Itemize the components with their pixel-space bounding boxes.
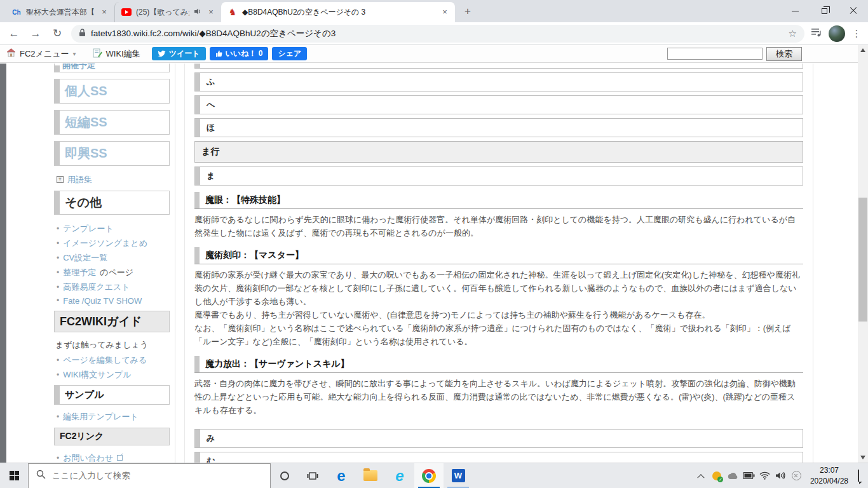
accent-bar <box>195 119 200 137</box>
sidebar-link-fatequiz[interactable]: •Fate /Quiz TV SHOW <box>54 294 170 307</box>
fc2-menu-button[interactable]: FC2メニュー <box>20 48 69 60</box>
taskbar-chrome-button[interactable] <box>414 463 444 488</box>
minimize-button[interactable] <box>780 0 810 22</box>
chevron-down-icon: ▾ <box>72 50 76 57</box>
url-text: fatetv1830.wiki.fc2.com/wiki/◆B8D4AQBhU2… <box>91 28 783 39</box>
wiki-search-input[interactable] <box>667 48 763 60</box>
page-scrollbar[interactable] <box>858 45 868 463</box>
sidebar-link-contact[interactable]: •お問い合わせ <box>54 451 170 463</box>
sidebar-item-sokkyo-ss[interactable]: 即興SS <box>54 141 170 166</box>
sidebar-link-imagesong[interactable]: •イメージソングまとめ <box>54 236 170 250</box>
playlist-extension-icon[interactable] <box>811 27 822 40</box>
tab-title: 聖杯大会運営本部【リレー相談・雑 <box>26 7 95 18</box>
browser-tab-1[interactable]: Ch 聖杯大会運営本部【リレー相談・雑 × <box>5 2 114 22</box>
sidebar-item-kojin-ss[interactable]: 個人SS <box>54 79 170 104</box>
taskbar-search-box[interactable] <box>28 463 271 488</box>
tray-expand-button[interactable] <box>693 463 709 488</box>
volume-tray-icon[interactable] <box>773 463 789 488</box>
taskbar-edge-button[interactable]: e <box>327 463 356 488</box>
battery-tray-icon[interactable] <box>741 463 757 488</box>
scroll-up-arrow[interactable] <box>858 45 868 55</box>
start-button[interactable] <box>0 463 28 488</box>
accent-bar <box>195 73 200 91</box>
accent-bar <box>55 111 60 134</box>
accent-bar <box>194 247 200 264</box>
restore-button[interactable] <box>810 0 839 22</box>
cortana-icon <box>280 471 289 480</box>
accent-bar <box>195 64 200 68</box>
sidebar-guide-intro: まずは触ってみましょう <box>54 337 170 353</box>
address-bar[interactable]: fatetv1830.wiki.fc2.com/wiki/◆B8D4AQBhU2… <box>71 25 804 43</box>
taskbar-search-input[interactable] <box>52 471 243 480</box>
accent-bar <box>195 430 200 447</box>
share-button[interactable]: シェア <box>272 47 307 60</box>
section-body-magan: 魔術師であるなしに関わらず先天的に眼球に備わった魔術行使器官。それ単体が魔術回路… <box>194 213 803 240</box>
sidebar-link-template[interactable]: •テンプレート <box>54 221 170 236</box>
desktop-screen: Ch 聖杯大会運営本部【リレー相談・雑 × (25)【歌ってみた】ELECT /… <box>0 0 868 488</box>
sidebar-link-edit-page[interactable]: •ページを編集してみる <box>54 353 170 367</box>
browser-tab-2[interactable]: (25)【歌ってみた】ELECT / niki【 × <box>114 2 221 22</box>
accent-bar <box>195 167 200 185</box>
wiki-search-button[interactable]: 検索 <box>766 47 802 61</box>
tab-audio-icon[interactable] <box>194 8 201 17</box>
browser-tab-3-active[interactable]: ♞ ◆B8D4AQBhU2の空きページその 3 × <box>221 2 455 22</box>
sidebar-item-glossary[interactable]: + 用語集 <box>54 172 170 187</box>
accent-bar <box>55 191 60 214</box>
wiki-edit-button[interactable]: WIKI編集 <box>106 48 140 60</box>
bookmark-star-icon[interactable]: ☆ <box>789 28 797 39</box>
taskbar-explorer-button[interactable] <box>356 463 385 488</box>
clock-date: 2020/04/28 <box>810 476 848 486</box>
sidebar-item-tanpen-ss[interactable]: 短編SS <box>54 110 170 135</box>
accent-bar <box>194 192 200 208</box>
wifi-icon <box>759 471 770 480</box>
search-icon <box>36 470 46 482</box>
scrollbar-thumb[interactable] <box>858 198 867 322</box>
tab-close-icon[interactable]: × <box>99 7 109 17</box>
clock-time: 23:07 <box>810 465 848 475</box>
forward-button[interactable]: → <box>28 27 43 40</box>
action-center-button[interactable] <box>854 470 868 482</box>
facebook-like-button[interactable]: いいね！ 0 <box>210 47 269 60</box>
profile-avatar[interactable] <box>829 25 845 42</box>
taskbar-clock[interactable]: 23:07 2020/04/28 <box>804 465 854 485</box>
taskbar-ie-button[interactable]: e <box>385 463 414 488</box>
new-tab-button[interactable]: + <box>459 3 477 20</box>
sidebar-link-seiri[interactable]: •整理予定のページ <box>54 265 170 280</box>
tab-title: ◆B8D4AQBhU2の空きページその 3 <box>242 7 435 18</box>
task-view-icon <box>307 471 318 481</box>
reload-button[interactable]: ↻ <box>50 27 65 40</box>
kana-header-mu: む <box>194 452 803 463</box>
antivirus-tray-icon[interactable] <box>709 463 725 488</box>
task-view-button[interactable] <box>299 463 327 488</box>
close-button[interactable] <box>839 0 868 22</box>
section-header-majutsu-kokuin: 魔術刻印：【マスター】 <box>194 247 803 264</box>
cortana-button[interactable] <box>271 463 299 488</box>
wiki-main-content: ふ へ ほ ま行 ま 魔眼：【特殊技能】 <box>184 64 813 463</box>
edge-icon: e <box>337 468 345 484</box>
sidebar-item-kaisai[interactable]: 開催予定 <box>54 64 170 72</box>
internet-explorer-icon: e <box>395 468 403 484</box>
window-controls <box>780 0 868 22</box>
wiki-sidebar: 開催予定 個人SS 短編SS 即興SS + 用語集 <box>54 64 175 463</box>
thumb-up-icon <box>215 50 222 57</box>
tab-close-icon[interactable]: × <box>206 7 216 17</box>
back-button[interactable]: ← <box>6 27 22 40</box>
windows-taskbar: e e W 23:07 2020/04/28 <box>0 463 868 488</box>
wifi-tray-icon[interactable] <box>757 463 773 488</box>
onedrive-tray-icon[interactable] <box>725 463 741 488</box>
sidebar-link-wiki-syntax[interactable]: •WIKI構文サンプル <box>54 367 170 382</box>
browser-menu-icon[interactable]: ⋮ <box>851 28 862 39</box>
browser-navbar: ← → ↻ fatetv1830.wiki.fc2.com/wiki/◆B8D4… <box>0 22 868 45</box>
sidebar-link-edit-template[interactable]: •編集用テンプレート <box>54 409 170 424</box>
expand-plus-icon[interactable]: + <box>57 176 64 183</box>
page-left-band <box>0 64 6 463</box>
sidebar-link-quest[interactable]: •高難易度クエスト <box>54 280 170 294</box>
tweet-button[interactable]: ツイート <box>152 47 206 60</box>
scroll-down-arrow[interactable] <box>858 452 868 463</box>
taskbar-word-button[interactable]: W <box>444 463 473 488</box>
sidebar-link-cv[interactable]: •CV設定一覧 <box>54 250 170 265</box>
word-icon: W <box>452 469 465 482</box>
youtube-favicon <box>121 8 132 16</box>
tab-close-icon[interactable]: × <box>440 7 450 17</box>
status-x-tray-icon[interactable] <box>789 463 804 488</box>
